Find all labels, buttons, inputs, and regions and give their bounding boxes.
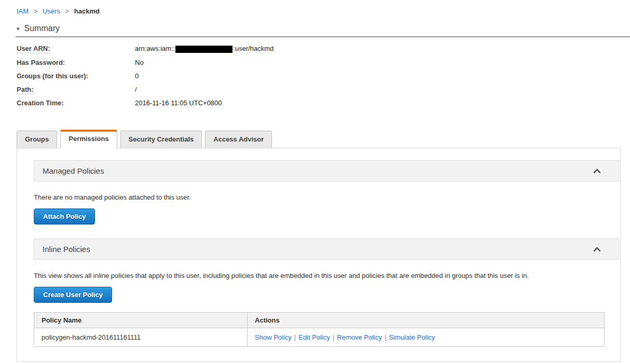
policy-name-column-header: Policy Name — [34, 312, 248, 328]
breadcrumb-link-iam[interactable]: IAM — [17, 7, 29, 15]
action-separator: | — [333, 333, 334, 341]
inline-policies-table: Policy Name Actions policygen-hackmd-201… — [34, 312, 605, 347]
summary-fields: User ARN: arn:aws:iam:::user/hackmd Has … — [17, 45, 630, 107]
breadcrumb-link-users[interactable]: Users — [43, 7, 60, 15]
managed-policies-title: Managed Policies — [43, 166, 104, 175]
tab-groups[interactable]: Groups — [17, 131, 57, 148]
managed-policies-body: There are no managed policies attached t… — [34, 193, 619, 225]
has-password-label: Has Password: — [17, 59, 135, 66]
managed-policies-header: Managed Policies — [34, 160, 619, 181]
summary-section-header: ▾ Summary — [17, 24, 630, 33]
breadcrumb: IAM > Users > hackmd — [0, 0, 630, 15]
breadcrumb-current-user: hackmd — [74, 7, 100, 15]
managed-policies-section: Managed Policies There are no managed po… — [34, 160, 619, 225]
groups-count-value: 0 — [135, 72, 630, 80]
groups-count-label: Groups (for this user): — [17, 72, 135, 80]
path-label: Path: — [17, 86, 135, 93]
chevron-up-icon[interactable] — [592, 167, 610, 174]
caret-down-icon[interactable]: ▾ — [17, 25, 20, 32]
chevron-up-icon[interactable] — [592, 246, 610, 252]
iam-user-detail-page: IAM > Users > hackmd ▾ Summary User ARN:… — [0, 0, 630, 364]
tab-security-credentials[interactable]: Security Credentials — [120, 131, 202, 148]
create-user-policy-button[interactable]: Create User Policy — [34, 287, 112, 303]
creation-time-label: Creation Time: — [17, 99, 135, 107]
action-separator: | — [294, 333, 296, 341]
inline-policies-title: Inline Policies — [43, 245, 90, 254]
inline-policies-header: Inline Policies — [34, 239, 619, 260]
permissions-tab-panel: Managed Policies There are no managed po… — [17, 148, 621, 362]
simulate-policy-link[interactable]: Simulate Policy — [389, 333, 435, 341]
user-detail-tabs: Groups Permissions Security Credentials … — [17, 130, 630, 148]
edit-policy-link[interactable]: Edit Policy — [298, 333, 330, 341]
breadcrumb-separator: > — [65, 7, 70, 15]
summary-title: Summary — [24, 24, 60, 33]
user-arn-label: User ARN: — [17, 45, 135, 53]
table-row: policygen-hackmd-201611161111 Show Polic… — [34, 328, 605, 346]
actions-column-header: Actions — [248, 312, 605, 328]
remove-policy-link[interactable]: Remove Policy — [337, 333, 382, 341]
breadcrumb-separator: > — [34, 7, 38, 15]
inline-policies-description: This view shows all inline policies that… — [34, 272, 612, 279]
table-header-row: Policy Name Actions — [34, 312, 605, 328]
tab-permissions[interactable]: Permissions — [60, 130, 117, 148]
path-value: / — [135, 86, 630, 93]
user-arn-value: arn:aws:iam:::user/hackmd — [135, 45, 630, 53]
tab-access-advisor[interactable]: Access Advisor — [205, 131, 272, 148]
has-password-value: No — [135, 59, 630, 66]
creation-time-value: 2016-11-16 11:05 UTC+0800 — [135, 99, 630, 107]
inline-policies-section: Inline Policies This view shows all inli… — [34, 239, 619, 347]
redacted-account-id — [175, 46, 232, 53]
attach-policy-button[interactable]: Attach Policy — [34, 208, 95, 225]
policy-name-cell: policygen-hackmd-201611161111 — [34, 328, 248, 346]
action-separator: | — [385, 333, 386, 341]
managed-policies-empty-text: There are no managed policies attached t… — [34, 193, 612, 201]
inline-policies-body: This view shows all inline policies that… — [34, 272, 619, 347]
summary-divider — [16, 36, 630, 37]
show-policy-link[interactable]: Show Policy — [255, 333, 292, 341]
actions-cell: Show Policy|Edit Policy|Remove Policy|Si… — [248, 328, 605, 346]
